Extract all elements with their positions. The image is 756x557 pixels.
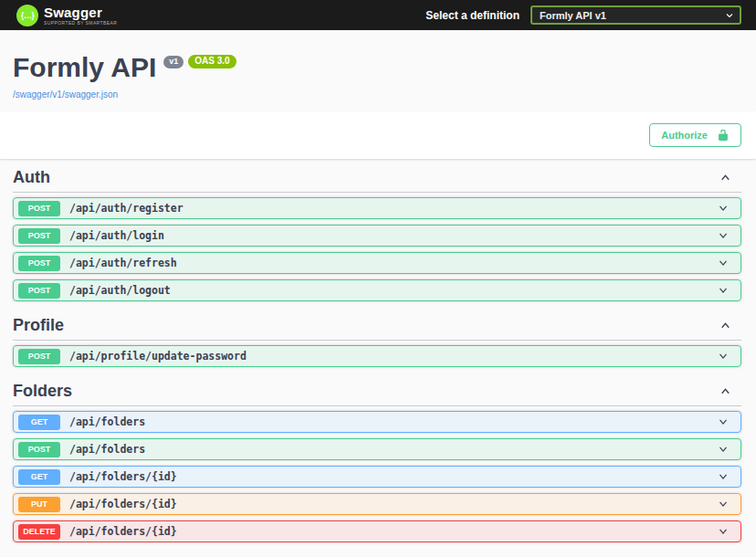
chevron-up-icon xyxy=(719,319,732,332)
chevron-up-icon xyxy=(719,171,732,184)
topbar: {…} Swagger Supported by SMARTBEAR Selec… xyxy=(0,0,756,30)
definition-select-value: Formly API v1 xyxy=(540,10,606,21)
endpoint-path: /api/auth/register xyxy=(69,202,184,215)
brand-title: Swagger xyxy=(44,5,117,19)
section-header-folders[interactable]: Folders xyxy=(13,373,741,406)
method-badge: POST xyxy=(18,256,60,271)
endpoint-path: /api/folders xyxy=(69,415,145,428)
section-header-forms[interactable]: Forms xyxy=(13,548,741,557)
endpoint-row[interactable]: POST/api/auth/login xyxy=(13,225,741,247)
chevron-down-icon xyxy=(725,11,734,20)
method-badge: GET xyxy=(18,469,60,485)
endpoint-row[interactable]: POST/api/folders xyxy=(13,438,741,460)
endpoint-row[interactable]: POST/api/profile/update-password xyxy=(13,345,741,367)
authorize-label: Authorize xyxy=(661,131,708,141)
endpoint-row[interactable]: GET/api/folders/{id} xyxy=(13,466,741,488)
chevron-up-icon xyxy=(719,384,732,398)
method-badge: POST xyxy=(18,283,60,299)
swagger-logo-icon: {…} xyxy=(16,5,38,26)
endpoint-path: /api/auth/login xyxy=(69,229,164,242)
api-section-forms: Forms xyxy=(13,548,741,557)
endpoint-row[interactable]: GET/api/folders xyxy=(13,411,741,433)
endpoint-row[interactable]: PUT/api/folders/{id} xyxy=(13,493,741,515)
info-section: Formly API v1 OAS 3.0 /swagger/v1/swagge… xyxy=(0,30,756,111)
scheme-container: Authorize xyxy=(0,111,756,159)
endpoint-path: /api/auth/refresh xyxy=(69,257,177,269)
unlock-icon xyxy=(717,129,730,142)
chevron-down-icon xyxy=(717,350,730,363)
chevron-down-icon xyxy=(717,229,730,242)
method-badge: POST xyxy=(18,201,60,216)
endpoint-path: /api/folders/{id} xyxy=(69,470,177,483)
section-header-auth[interactable]: Auth xyxy=(13,159,741,193)
select-definition-label: Select a definition xyxy=(425,9,520,22)
section-title: Auth xyxy=(13,168,50,186)
method-badge: DELETE xyxy=(18,524,60,540)
method-badge: POST xyxy=(18,349,60,364)
chevron-down-icon xyxy=(717,470,730,483)
endpoint-row[interactable]: POST/api/auth/logout xyxy=(13,279,741,301)
definition-select[interactable]: Formly API v1 xyxy=(530,5,741,25)
endpoint-path: /api/folders/{id} xyxy=(69,498,177,510)
swagger-logo-link[interactable]: {…} Swagger Supported by SMARTBEAR xyxy=(16,5,117,26)
api-section-folders: FoldersGET/api/foldersPOST/api/foldersGE… xyxy=(13,373,741,542)
oas-badge: OAS 3.0 xyxy=(188,55,236,68)
endpoint-path: /api/profile/update-password xyxy=(69,350,247,363)
method-badge: PUT xyxy=(18,497,60,512)
endpoint-row[interactable]: DELETE/api/folders/{id} xyxy=(13,520,741,542)
endpoint-path: /api/auth/logout xyxy=(69,284,171,297)
method-badge: POST xyxy=(18,442,60,457)
page-title: Formly API xyxy=(13,52,156,83)
chevron-down-icon xyxy=(717,284,730,297)
api-section-profile: ProfilePOST/api/profile/update-password xyxy=(13,307,741,367)
endpoint-path: /api/folders xyxy=(69,443,145,456)
brand-subtitle: Supported by SMARTBEAR xyxy=(44,21,117,26)
endpoint-path: /api/folders/{id} xyxy=(69,525,177,538)
endpoint-row[interactable]: POST/api/auth/register xyxy=(13,197,741,219)
version-badge: v1 xyxy=(163,56,184,68)
method-badge: POST xyxy=(18,228,60,244)
spec-json-link[interactable]: /swagger/v1/swagger.json xyxy=(13,89,118,100)
chevron-down-icon xyxy=(717,498,730,510)
authorize-button[interactable]: Authorize xyxy=(649,123,741,147)
chevron-down-icon xyxy=(717,415,730,428)
section-title: Profile xyxy=(13,316,64,334)
chevron-down-icon xyxy=(717,525,730,538)
chevron-down-icon xyxy=(717,443,730,456)
chevron-down-icon xyxy=(717,257,730,269)
section-header-profile[interactable]: Profile xyxy=(13,307,741,341)
endpoint-row[interactable]: POST/api/auth/refresh xyxy=(13,252,741,274)
api-section-auth: AuthPOST/api/auth/registerPOST/api/auth/… xyxy=(13,159,741,301)
sections-root: AuthPOST/api/auth/registerPOST/api/auth/… xyxy=(0,159,756,557)
method-badge: GET xyxy=(18,415,60,430)
section-title: Folders xyxy=(13,382,72,400)
chevron-down-icon xyxy=(717,202,730,215)
